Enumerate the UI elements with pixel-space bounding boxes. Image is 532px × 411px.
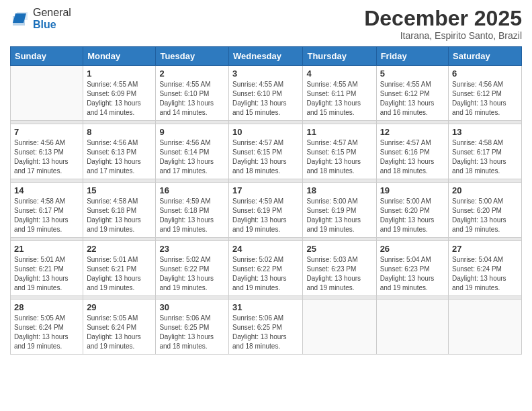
logo-general-text: General <box>33 7 71 19</box>
day-number: 24 <box>232 244 299 254</box>
calendar-cell: 18Sunrise: 5:00 AM Sunset: 6:19 PM Dayli… <box>303 183 376 238</box>
calendar-cell: 13Sunrise: 4:58 AM Sunset: 6:17 PM Dayli… <box>449 124 522 179</box>
day-number: 31 <box>232 302 299 312</box>
calendar-cell: 25Sunrise: 5:03 AM Sunset: 6:23 PM Dayli… <box>303 241 376 296</box>
week-row-4: 21Sunrise: 5:01 AM Sunset: 6:21 PM Dayli… <box>11 241 522 296</box>
day-number: 21 <box>14 244 79 254</box>
day-number: 14 <box>14 185 79 195</box>
day-number: 30 <box>159 302 225 312</box>
day-number: 17 <box>232 185 299 195</box>
day-info: Sunrise: 4:56 AM Sunset: 6:14 PM Dayligh… <box>159 138 225 176</box>
day-number: 15 <box>87 185 152 195</box>
day-info: Sunrise: 5:04 AM Sunset: 6:23 PM Dayligh… <box>380 255 445 293</box>
day-number: 6 <box>452 68 518 79</box>
day-info: Sunrise: 4:55 AM Sunset: 6:10 PM Dayligh… <box>232 80 299 118</box>
day-info: Sunrise: 5:06 AM Sunset: 6:25 PM Dayligh… <box>232 314 299 351</box>
weekday-header-row: Sunday Monday Tuesday Wednesday Thursday… <box>11 47 522 66</box>
day-info: Sunrise: 4:56 AM Sunset: 6:12 PM Dayligh… <box>452 80 518 118</box>
day-info: Sunrise: 5:05 AM Sunset: 6:24 PM Dayligh… <box>14 314 79 351</box>
day-info: Sunrise: 5:01 AM Sunset: 6:21 PM Dayligh… <box>14 255 79 293</box>
day-info: Sunrise: 5:03 AM Sunset: 6:23 PM Dayligh… <box>306 255 372 293</box>
week-row-2: 7Sunrise: 4:56 AM Sunset: 6:13 PM Daylig… <box>11 124 522 179</box>
week-row-1: 1Sunrise: 4:55 AM Sunset: 6:09 PM Daylig… <box>11 66 522 121</box>
day-info: Sunrise: 4:55 AM Sunset: 6:09 PM Dayligh… <box>87 80 152 118</box>
calendar-cell: 6Sunrise: 4:56 AM Sunset: 6:12 PM Daylig… <box>449 66 522 121</box>
day-number: 25 <box>306 244 372 254</box>
logo-text: General Blue <box>33 7 71 30</box>
day-number: 22 <box>87 244 152 254</box>
calendar-cell: 1Sunrise: 4:55 AM Sunset: 6:09 PM Daylig… <box>83 66 156 121</box>
calendar-cell: 12Sunrise: 4:57 AM Sunset: 6:16 PM Dayli… <box>376 124 448 179</box>
calendar-cell: 27Sunrise: 5:04 AM Sunset: 6:24 PM Dayli… <box>449 241 522 296</box>
calendar-cell: 3Sunrise: 4:55 AM Sunset: 6:10 PM Daylig… <box>229 66 303 121</box>
day-number: 9 <box>159 127 225 137</box>
day-number: 7 <box>14 127 79 137</box>
calendar-cell: 11Sunrise: 4:57 AM Sunset: 6:15 PM Dayli… <box>303 124 376 179</box>
day-number: 1 <box>87 68 152 79</box>
day-info: Sunrise: 4:55 AM Sunset: 6:12 PM Dayligh… <box>380 80 445 118</box>
logo-icon <box>10 9 30 28</box>
day-info: Sunrise: 4:55 AM Sunset: 6:11 PM Dayligh… <box>306 80 372 118</box>
calendar-cell: 22Sunrise: 5:01 AM Sunset: 6:21 PM Dayli… <box>83 241 156 296</box>
day-info: Sunrise: 4:56 AM Sunset: 6:13 PM Dayligh… <box>87 138 152 176</box>
header-thursday: Thursday <box>303 47 376 66</box>
day-number: 11 <box>306 127 372 137</box>
header-wednesday: Wednesday <box>229 47 303 66</box>
logo: General Blue <box>10 7 71 30</box>
calendar-cell: 7Sunrise: 4:56 AM Sunset: 6:13 PM Daylig… <box>11 124 83 179</box>
day-info: Sunrise: 5:05 AM Sunset: 6:24 PM Dayligh… <box>87 314 152 351</box>
header: General Blue December 2025 Itarana, Espi… <box>10 7 522 41</box>
day-info: Sunrise: 5:04 AM Sunset: 6:24 PM Dayligh… <box>452 255 518 293</box>
calendar-cell: 30Sunrise: 5:06 AM Sunset: 6:25 PM Dayli… <box>156 300 229 355</box>
logo-blue-text: Blue <box>33 19 71 31</box>
day-number: 18 <box>306 185 372 195</box>
calendar-cell: 24Sunrise: 5:02 AM Sunset: 6:22 PM Dayli… <box>229 241 303 296</box>
calendar-cell: 15Sunrise: 4:58 AM Sunset: 6:18 PM Dayli… <box>83 183 156 238</box>
day-info: Sunrise: 5:00 AM Sunset: 6:19 PM Dayligh… <box>306 197 372 234</box>
header-sunday: Sunday <box>11 47 83 66</box>
week-row-3: 14Sunrise: 4:58 AM Sunset: 6:17 PM Dayli… <box>11 183 522 238</box>
day-info: Sunrise: 4:58 AM Sunset: 6:17 PM Dayligh… <box>14 197 79 234</box>
calendar-page: General Blue December 2025 Itarana, Espi… <box>0 0 532 411</box>
calendar-cell: 21Sunrise: 5:01 AM Sunset: 6:21 PM Dayli… <box>11 241 83 296</box>
header-saturday: Saturday <box>449 47 522 66</box>
calendar-cell <box>11 66 83 121</box>
day-number: 5 <box>380 68 445 79</box>
day-info: Sunrise: 4:59 AM Sunset: 6:19 PM Dayligh… <box>232 197 299 234</box>
day-info: Sunrise: 5:01 AM Sunset: 6:21 PM Dayligh… <box>87 255 152 293</box>
week-row-5: 28Sunrise: 5:05 AM Sunset: 6:24 PM Dayli… <box>11 300 522 355</box>
calendar-cell: 23Sunrise: 5:02 AM Sunset: 6:22 PM Dayli… <box>156 241 229 296</box>
calendar-cell: 4Sunrise: 4:55 AM Sunset: 6:11 PM Daylig… <box>303 66 376 121</box>
day-info: Sunrise: 4:55 AM Sunset: 6:10 PM Dayligh… <box>159 80 225 118</box>
header-tuesday: Tuesday <box>156 47 229 66</box>
day-info: Sunrise: 5:02 AM Sunset: 6:22 PM Dayligh… <box>232 255 299 293</box>
day-info: Sunrise: 4:59 AM Sunset: 6:18 PM Dayligh… <box>159 197 225 234</box>
location: Itarana, Espirito Santo, Brazil <box>364 30 522 41</box>
calendar-cell: 31Sunrise: 5:06 AM Sunset: 6:25 PM Dayli… <box>229 300 303 355</box>
title-area: December 2025 Itarana, Espirito Santo, B… <box>364 7 522 41</box>
day-info: Sunrise: 4:57 AM Sunset: 6:16 PM Dayligh… <box>380 138 445 176</box>
calendar-cell: 2Sunrise: 4:55 AM Sunset: 6:10 PM Daylig… <box>156 66 229 121</box>
calendar-cell <box>303 300 376 355</box>
header-monday: Monday <box>83 47 156 66</box>
calendar-cell: 16Sunrise: 4:59 AM Sunset: 6:18 PM Dayli… <box>156 183 229 238</box>
day-number: 20 <box>452 185 518 195</box>
calendar-cell: 9Sunrise: 4:56 AM Sunset: 6:14 PM Daylig… <box>156 124 229 179</box>
day-info: Sunrise: 5:06 AM Sunset: 6:25 PM Dayligh… <box>159 314 225 351</box>
day-info: Sunrise: 5:02 AM Sunset: 6:22 PM Dayligh… <box>159 255 225 293</box>
day-number: 10 <box>232 127 299 137</box>
day-info: Sunrise: 4:57 AM Sunset: 6:15 PM Dayligh… <box>306 138 372 176</box>
day-number: 3 <box>232 68 299 79</box>
day-number: 19 <box>380 185 445 195</box>
day-info: Sunrise: 5:00 AM Sunset: 6:20 PM Dayligh… <box>452 197 518 234</box>
calendar-cell: 5Sunrise: 4:55 AM Sunset: 6:12 PM Daylig… <box>376 66 448 121</box>
header-friday: Friday <box>376 47 448 66</box>
day-number: 4 <box>306 68 372 79</box>
day-number: 26 <box>380 244 445 254</box>
day-number: 13 <box>452 127 518 137</box>
calendar-cell: 8Sunrise: 4:56 AM Sunset: 6:13 PM Daylig… <box>83 124 156 179</box>
day-info: Sunrise: 5:00 AM Sunset: 6:20 PM Dayligh… <box>380 197 445 234</box>
day-info: Sunrise: 4:58 AM Sunset: 6:18 PM Dayligh… <box>87 197 152 234</box>
calendar-cell <box>449 300 522 355</box>
calendar-cell: 14Sunrise: 4:58 AM Sunset: 6:17 PM Dayli… <box>11 183 83 238</box>
